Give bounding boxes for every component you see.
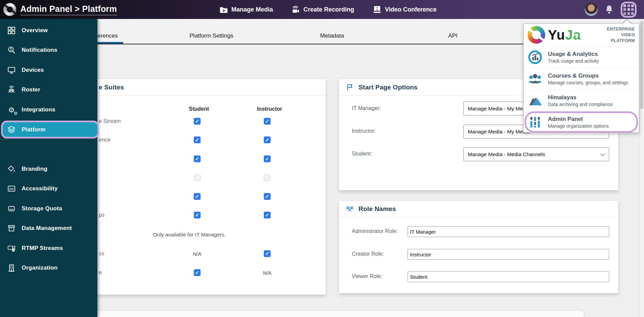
menu-caret [623, 19, 631, 24]
sidebar-item-branding[interactable]: Branding [0, 161, 97, 177]
creator-role-input[interactable] [408, 249, 609, 260]
laptop-person-icon [372, 5, 382, 14]
viewer-role-input[interactable] [408, 271, 609, 282]
checkbox-row1-student[interactable] [194, 136, 201, 143]
tab-preferences[interactable]: erences [97, 33, 118, 39]
sidebar-item-accessibility[interactable]: CC Accessibility [0, 181, 97, 197]
page-title: Admin Panel > Platform [20, 4, 117, 15]
menu-item-usage-analytics[interactable]: Usage & Analytics Track usage and activi… [524, 46, 639, 68]
topbar-nav: Manage Media Create Recording Video Conf… [219, 0, 437, 19]
creator-role-label: Creator Role: [352, 251, 384, 257]
checkbox-row0-instructor[interactable] [264, 118, 271, 125]
user-avatar[interactable] [585, 3, 598, 16]
chevron-down-icon [600, 151, 605, 156]
sidebar-item-devices[interactable]: Devices [0, 62, 97, 78]
checkbox-row4-student[interactable] [194, 193, 201, 200]
viewer-role-label: Viewer Role: [352, 273, 382, 279]
yuja-color-logo-icon [528, 26, 545, 44]
feature-row-label: e Stream [99, 118, 121, 124]
column-student: Student [189, 106, 209, 112]
scrollbar-thumb[interactable] [640, 21, 643, 109]
feature-row-label: ence [99, 137, 111, 143]
checkbox-row2-student[interactable] [194, 155, 201, 162]
user-search-icon [7, 45, 16, 55]
administrator-role-label: Administrator Role: [352, 228, 398, 234]
scrollbar[interactable] [639, 19, 644, 317]
sidebar-item-storage-quota[interactable]: Storage Quota [0, 200, 97, 217]
sidebar-item-rtmp-streams[interactable]: RTMP Streams [0, 240, 97, 256]
sidebar-item-notifications[interactable]: Notifications [0, 42, 97, 58]
checkbox-row2-instructor[interactable] [264, 155, 271, 162]
administrator-role-input[interactable] [408, 226, 609, 237]
roles-people-icon [345, 204, 354, 214]
courses-groups-icon [528, 71, 543, 86]
menu-item-himalayas[interactable]: Himalayas Data archiving and compliance [524, 89, 639, 111]
tab-platform-settings[interactable]: Platform Settings [189, 33, 233, 39]
tab-metadata[interactable]: Metadata [320, 33, 344, 39]
create-recording-button[interactable]: Create Recording [291, 5, 354, 14]
sidebar-item-integrations[interactable]: ⚙⚙ Integrations [0, 102, 97, 118]
storage-drive-icon [7, 204, 16, 213]
student-select[interactable]: Manage Media - Media Channels [463, 147, 609, 161]
audience-icon [7, 85, 16, 94]
role-names-header: Role Names [339, 201, 618, 217]
notifications-bell-icon[interactable] [604, 4, 614, 15]
sidebar-item-platform[interactable]: Platform [1, 121, 99, 139]
video-conference-button[interactable]: Video Conference [372, 5, 437, 14]
flag-icon [346, 83, 354, 92]
usage-analytics-icon [528, 50, 543, 65]
sidebar-item-organization[interactable]: Organization [0, 260, 97, 276]
column-instructor: Instructor [257, 106, 282, 112]
active-tab-underline [97, 42, 123, 44]
apps-menu-brand: YuJa ENTERPRISE VIDEO PLATFORM [524, 24, 639, 46]
sidebar-item-roster[interactable]: Roster [0, 82, 97, 98]
menu-item-courses-groups[interactable]: Courses & Groups Manage courses, groups,… [524, 68, 639, 89]
checkbox-row0-student[interactable] [194, 118, 201, 125]
instructor-label: Instructor: [352, 128, 376, 134]
checkbox-row1-instructor[interactable] [264, 136, 271, 143]
checkbox-row6-instructor[interactable] [264, 250, 271, 257]
it-managers-note: Only available for IT Managers. [153, 232, 226, 238]
sidebar-item-data-management[interactable]: Data Management [0, 220, 97, 236]
building-icon [7, 263, 16, 273]
play-icon [576, 33, 579, 37]
tab-api[interactable]: API [448, 33, 457, 39]
role-names-title: Role Names [359, 205, 396, 213]
top-bar: Admin Panel > Platform Manage Media Crea… [0, 0, 644, 19]
archive-box-icon [7, 224, 16, 233]
student-select-value: Manage Media - Media Channels [468, 151, 545, 157]
checkbox-row7-student[interactable] [194, 269, 201, 276]
checkbox-row5-instructor[interactable] [264, 212, 271, 218]
apps-menu: YuJa ENTERPRISE VIDEO PLATFORM Usage & A… [523, 23, 639, 133]
gears-icon: ⚙⚙ [7, 105, 16, 114]
menu-item-admin-panel[interactable]: Admin Panel Manage organization options [524, 111, 639, 133]
admin-panel-sliders-icon [528, 115, 543, 130]
yuja-wordmark: YuJa [548, 27, 581, 43]
yuja-logo-icon [3, 3, 16, 16]
stream-camera-icon [7, 244, 16, 253]
recorder-icon [291, 5, 300, 14]
student-label: Student: [352, 151, 372, 157]
checkbox-row5-student[interactable] [194, 212, 201, 218]
checkbox-row3-student[interactable] [194, 174, 201, 181]
feature-row-label: ps [99, 212, 105, 218]
it-manager-label: IT Manager: [352, 105, 381, 111]
feature-suites-title: e Suites [99, 84, 124, 91]
bottom-card [37, 311, 584, 317]
sidebar-item-overview[interactable]: Overview [0, 22, 97, 39]
layers-icon [7, 125, 16, 134]
manage-media-button[interactable]: Manage Media [219, 5, 273, 14]
grid-overview-icon [7, 26, 16, 35]
monitor-icon [7, 65, 16, 75]
feature-row-label: cs [99, 251, 104, 257]
closed-captions-icon: CC [7, 184, 16, 193]
brand-tagline: ENTERPRISE VIDEO PLATFORM [607, 26, 635, 44]
checkbox-row4-instructor[interactable] [264, 193, 271, 200]
it-manager-select-value: Manage Media - My Media [468, 106, 530, 112]
feature-row-label: e [99, 270, 102, 276]
paint-bucket-icon [7, 164, 16, 174]
checkbox-row3-instructor[interactable] [264, 174, 271, 181]
start-page-title: Start Page Options [359, 84, 418, 91]
apps-grid-button[interactable] [621, 2, 637, 18]
sidebar: Overview Notifications Devices Roster ⚙⚙… [0, 19, 97, 317]
